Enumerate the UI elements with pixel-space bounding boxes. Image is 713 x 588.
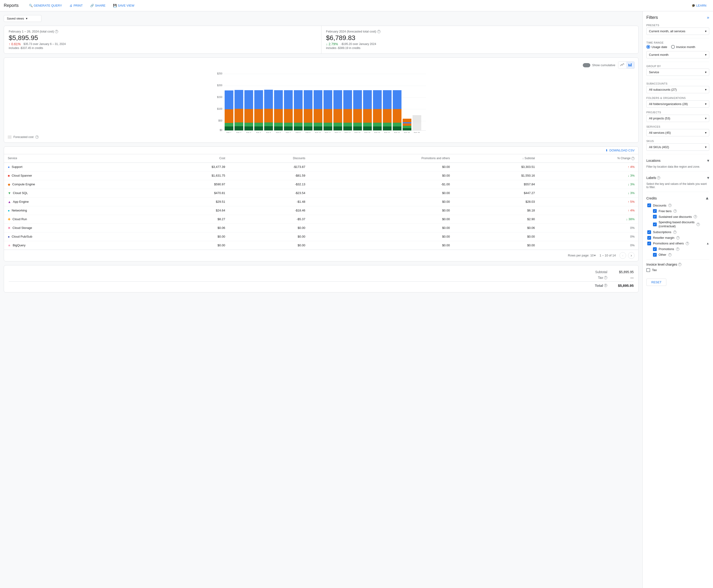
time-range-label: Time range	[646, 41, 709, 44]
other-checkbox[interactable]: ✓	[653, 253, 657, 257]
subtotal-cell: $3,303.51	[454, 163, 539, 171]
folders-dropdown[interactable]: All folders/organizations (28) ▾	[646, 100, 709, 108]
time-range-chevron-icon: ▾	[705, 53, 707, 57]
free-tiers-help-icon[interactable]: ?	[673, 209, 677, 213]
learn-button[interactable]: 🎓 LEARN	[689, 2, 709, 9]
total-help-icon[interactable]: ?	[604, 284, 607, 287]
discounts-help-icon[interactable]: ?	[668, 204, 672, 207]
credits-header[interactable]: Credits ▲	[646, 195, 709, 202]
card1-value: $5,895.95	[9, 34, 316, 42]
tax-checkbox[interactable]	[646, 268, 650, 272]
labels-section: Labels ? ▾ Select the key and values of …	[646, 174, 709, 189]
svg-rect-20	[234, 126, 243, 130]
invoice-month-radio[interactable]	[671, 45, 675, 49]
sustained-use-help-icon[interactable]: ?	[694, 215, 697, 218]
share-button[interactable]: 🔗 SHARE	[87, 2, 108, 9]
subscriptions-help-icon[interactable]: ?	[673, 231, 676, 234]
save-view-button[interactable]: 💾 SAVE VIEW	[110, 2, 137, 9]
tax-row: Tax ? —	[9, 275, 634, 280]
subaccounts-dropdown[interactable]: All subaccounts (27) ▾	[646, 86, 709, 93]
promotions-others-checkbox[interactable]: ✓	[647, 241, 651, 245]
free-tiers-checkbox[interactable]: ✓	[653, 209, 657, 213]
locations-label: Locations	[646, 159, 660, 163]
card1-help-icon[interactable]: ?	[55, 30, 58, 33]
usage-date-option[interactable]: Usage date	[646, 45, 667, 49]
promotions-item[interactable]: ✓ Promotions ?	[653, 247, 709, 251]
reseller-margin-checkbox[interactable]: ✓	[647, 236, 651, 240]
spending-based-checkbox[interactable]: ✓	[653, 223, 657, 226]
other-help-icon[interactable]: ?	[668, 253, 672, 256]
services-dropdown[interactable]: All services (45) ▾	[646, 129, 709, 136]
group-by-section: Group by Service ▾	[646, 65, 709, 76]
filters-expand-icon[interactable]: »	[707, 15, 709, 20]
svg-text:Feb 11: Feb 11	[325, 132, 331, 133]
reseller-margin-help-icon[interactable]: ?	[676, 236, 679, 239]
promotions-checkbox[interactable]: ✓	[653, 247, 657, 251]
promotions-cell: -$1.00	[309, 180, 454, 189]
sustained-use-item[interactable]: ✓ Sustained use discounts ?	[653, 215, 709, 218]
locations-header[interactable]: Locations ▾	[646, 157, 709, 164]
labels-header[interactable]: Labels ? ▾	[646, 174, 709, 181]
promotions-others-collapse-icon[interactable]: ▲	[706, 241, 709, 245]
cumulative-toggle[interactable]: Show cumulative	[583, 63, 615, 67]
bar-chart-button[interactable]	[626, 62, 634, 68]
discounts-sub-items: ✓ Free tiers ? ✓ Sustained use discounts…	[647, 209, 709, 228]
credits-collapse-icon: ▲	[705, 196, 709, 201]
promotions-others-help-icon[interactable]: ?	[686, 242, 689, 245]
subscriptions-checkbox[interactable]: ✓	[647, 230, 651, 234]
other-item[interactable]: ✓ Other ?	[653, 253, 709, 257]
spending-based-help-icon[interactable]: ?	[696, 223, 700, 226]
promotions-others-item[interactable]: ✓ Promotions and others ? ▲	[647, 241, 709, 245]
svg-text:Feb 7: Feb 7	[286, 132, 291, 133]
line-chart-button[interactable]	[618, 62, 626, 68]
subscriptions-item[interactable]: ✓ Subscriptions ?	[647, 230, 709, 234]
svg-rect-23	[234, 90, 243, 109]
spending-based-item[interactable]: ✓ Spending based discounts(contractual) …	[653, 220, 709, 228]
reseller-margin-item[interactable]: ✓ Reseller margin ?	[647, 236, 709, 240]
svg-text:Feb 6: Feb 6	[276, 132, 281, 133]
labels-help-icon[interactable]: ?	[657, 176, 660, 180]
forecast-help-icon[interactable]: ?	[35, 135, 39, 139]
discounts-checkbox[interactable]: ✓	[647, 204, 651, 207]
discounts-item[interactable]: ✓ Discounts ?	[647, 204, 709, 207]
discounts-cell: $0.00	[229, 241, 309, 250]
service-cell: ■ Cloud Spanner	[4, 171, 144, 180]
forecast-legend-box	[8, 135, 12, 139]
change-help-icon[interactable]: ?	[631, 157, 635, 160]
pagination-info: 1 – 10 of 14	[600, 254, 616, 257]
skus-chevron-icon: ▾	[705, 145, 707, 149]
filters-title: Filters »	[646, 15, 709, 20]
promotions-help-icon[interactable]: ?	[676, 248, 679, 251]
group-by-dropdown[interactable]: Service ▾	[646, 68, 709, 76]
toggle-switch[interactable]	[583, 63, 590, 67]
svg-rect-98	[383, 90, 392, 109]
service-icon: ■	[8, 174, 10, 177]
print-button[interactable]: 🖨 PRINT	[67, 2, 85, 9]
next-page-button[interactable]: ›	[628, 252, 635, 259]
presets-dropdown[interactable]: Current month, all services ▾	[646, 27, 709, 35]
invoice-charges-help-icon[interactable]: ?	[678, 263, 681, 266]
svg-rect-82	[353, 109, 362, 123]
generate-query-button[interactable]: 🔍 GENERATE QUERY	[26, 2, 65, 9]
free-tiers-item[interactable]: ✓ Free tiers ?	[653, 209, 709, 213]
time-range-dropdown[interactable]: Current month ▾	[646, 51, 709, 58]
reset-button[interactable]: RESET	[646, 278, 666, 286]
cost-cell: $0.00	[144, 232, 229, 241]
usage-date-radio[interactable]	[646, 45, 650, 49]
locations-collapse-icon: ▾	[707, 158, 709, 163]
tax-item[interactable]: Tax	[646, 268, 709, 272]
skus-dropdown[interactable]: All SKUs (402) ▾	[646, 143, 709, 151]
data-table: ⬇ DOWNLOAD CSV Service Cost Discounts Pr…	[4, 146, 638, 261]
rows-per-page-select[interactable]: 10 ▾	[590, 254, 596, 257]
print-icon: 🖨	[69, 4, 72, 7]
projects-dropdown[interactable]: All projects (53) ▾	[646, 115, 709, 122]
tax-help-icon[interactable]: ?	[604, 276, 607, 279]
sustained-use-checkbox[interactable]: ✓	[653, 215, 657, 218]
card2-help-icon[interactable]: ?	[377, 30, 380, 33]
saved-views-dropdown[interactable]: Saved views ▾	[4, 15, 41, 22]
summary-card-forecast: February 2024 (forecasted total cost) ? …	[321, 26, 638, 54]
prev-page-button[interactable]: ‹	[620, 252, 626, 259]
invoice-month-option[interactable]: Invoice month	[671, 45, 695, 49]
svg-rect-26	[245, 123, 253, 126]
download-csv-button[interactable]: ⬇ DOWNLOAD CSV	[605, 149, 635, 152]
